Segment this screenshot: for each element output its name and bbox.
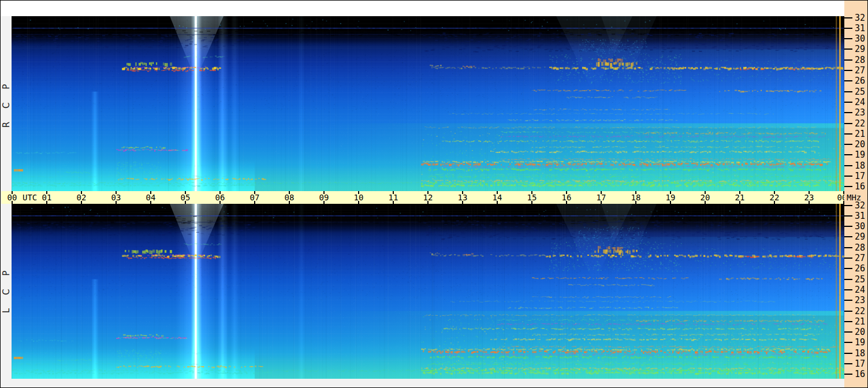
- freq-tick: [844, 112, 852, 113]
- freq-label-26-rcp: 26: [855, 76, 867, 85]
- time-tick: [116, 201, 117, 204]
- time-tick: [462, 191, 463, 194]
- time-tick: [462, 201, 463, 204]
- freq-label-31-rcp: 31: [855, 24, 867, 33]
- time-tick: [219, 191, 221, 194]
- time-tick: [774, 191, 775, 194]
- time-tick: [705, 191, 706, 194]
- time-tick: [497, 201, 498, 204]
- freq-tick: [844, 48, 852, 50]
- freq-tick: [844, 268, 852, 269]
- time-tick: [601, 201, 602, 204]
- freq-label-29-lcp: 29: [855, 232, 867, 241]
- time-tick: [323, 191, 325, 194]
- freq-label-23-lcp: 23: [855, 296, 867, 305]
- time-tick: [739, 201, 740, 204]
- freq-label-25-rcp: 25: [855, 87, 867, 96]
- freq-label-21-rcp: 21: [855, 129, 867, 139]
- time-tick: [46, 201, 47, 204]
- freq-label-21-lcp: 21: [855, 317, 867, 326]
- freq-tick: [844, 17, 852, 18]
- freq-tick: [844, 59, 852, 61]
- freq-tick: [844, 247, 852, 248]
- freq-label-16-lcp: 16: [855, 370, 867, 379]
- time-tick: [150, 191, 151, 194]
- time-tick: [358, 191, 359, 194]
- rcp-spectrogram: [12, 16, 844, 191]
- time-tick: [497, 191, 498, 194]
- freq-tick: [844, 133, 852, 135]
- freq-label-32-lcp: 32: [855, 201, 867, 210]
- time-tick: [254, 191, 255, 194]
- time-axis: UTC 000102030405060708091011121314151617…: [1, 191, 844, 204]
- freq-tick: [844, 331, 852, 333]
- freq-tick: [844, 374, 852, 375]
- title-bar: AJ4CO Observatory 22 Jan 2016 - DPS on T…: [1, 1, 849, 16]
- time-tick: [289, 191, 290, 194]
- freq-label-32-rcp: 32: [855, 13, 867, 23]
- time-tick: [566, 201, 567, 204]
- freq-label-18-rcp: 18: [855, 161, 867, 170]
- time-tick: [809, 191, 810, 194]
- freq-label-17-lcp: 17: [855, 359, 867, 368]
- freq-label-26-lcp: 26: [855, 264, 867, 273]
- time-tick: [393, 201, 394, 204]
- freq-label-29-rcp: 29: [855, 44, 867, 54]
- frequency-scale: MHz 323130292827262524232221201918171632…: [844, 1, 868, 388]
- freq-label-27-rcp: 27: [855, 66, 867, 75]
- freq-label-20-lcp: 20: [855, 327, 867, 337]
- time-tick: [601, 191, 602, 194]
- freq-tick: [844, 353, 852, 354]
- time-tick: [116, 191, 117, 194]
- lcp-spectrogram: [12, 204, 844, 379]
- freq-tick: [844, 258, 852, 259]
- time-tick: [670, 201, 671, 204]
- time-tick: [427, 201, 429, 204]
- time-tick: [185, 201, 186, 204]
- time-tick: [254, 201, 255, 204]
- freq-label-17-rcp: 17: [855, 171, 867, 181]
- utc-label: UTC: [23, 193, 37, 202]
- freq-label-24-rcp: 24: [855, 98, 867, 107]
- time-tick: [635, 191, 636, 194]
- freq-label-27-lcp: 27: [855, 253, 867, 263]
- freq-tick: [844, 154, 852, 155]
- dps-spectrogram-screen: AJ4CO Observatory 22 Jan 2016 - DPS on T…: [0, 0, 868, 388]
- freq-tick: [844, 311, 852, 312]
- freq-tick: [844, 342, 852, 343]
- freq-tick: [844, 102, 852, 103]
- freq-label-20-rcp: 20: [855, 140, 867, 149]
- freq-tick: [844, 165, 852, 166]
- time-tick: [566, 191, 567, 194]
- freq-label-24-lcp: 24: [855, 285, 867, 294]
- time-tick: [12, 201, 13, 204]
- freq-label-31-lcp: 31: [855, 211, 867, 221]
- freq-tick: [844, 205, 852, 206]
- freq-label-28-lcp: 28: [855, 243, 867, 252]
- freq-tick: [844, 215, 852, 217]
- freq-label-28-rcp: 28: [855, 55, 867, 65]
- freq-tick: [844, 38, 852, 39]
- time-tick: [12, 191, 13, 194]
- lcp-panel-label: L C P: [1, 255, 10, 324]
- time-tick: [289, 201, 290, 204]
- freq-label-19-rcp: 19: [855, 150, 867, 159]
- time-tick: [46, 191, 47, 194]
- time-tick: [150, 201, 151, 204]
- freq-tick: [844, 144, 852, 145]
- freq-label-16-rcp: 16: [855, 182, 867, 191]
- time-tick: [705, 201, 706, 204]
- time-tick: [531, 201, 532, 204]
- freq-tick: [844, 279, 852, 280]
- freq-tick: [844, 186, 852, 187]
- freq-tick: [844, 300, 852, 301]
- freq-label-22-rcp: 22: [855, 119, 867, 128]
- freq-label-30-lcp: 30: [855, 222, 867, 231]
- time-tick: [81, 191, 82, 194]
- freq-tick: [844, 123, 852, 124]
- time-tick: [774, 201, 775, 204]
- freq-tick: [844, 28, 852, 29]
- freq-tick: [844, 236, 852, 237]
- freq-tick: [844, 363, 852, 364]
- rcp-panel-label: R C P: [1, 69, 10, 138]
